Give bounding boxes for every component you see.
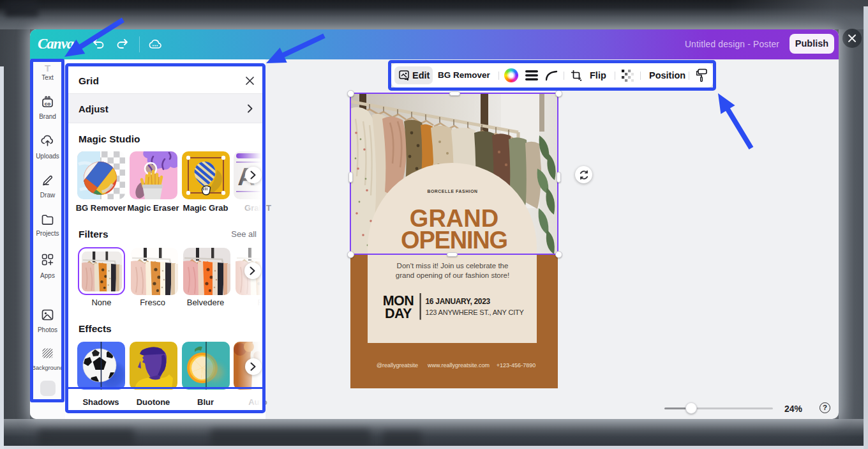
- svg-text:Don't miss it! Join us celebra: Don't miss it! Join us celebrate the: [397, 262, 509, 270]
- svg-text:123 ANYWHERE ST., ANY CITY: 123 ANYWHERE ST., ANY CITY: [426, 308, 525, 316]
- svg-text:DAY: DAY: [385, 306, 412, 321]
- svg-text:grand opening of our fashion s: grand opening of our fashion store!: [396, 271, 509, 279]
- svg-text:@reallygreatsite: @reallygreatsite: [377, 362, 418, 369]
- svg-text:+123-456-7890: +123-456-7890: [497, 362, 535, 369]
- svg-text:www.reallygreatsite.com: www.reallygreatsite.com: [427, 362, 490, 369]
- svg-text:16 JANUARY, 2023: 16 JANUARY, 2023: [426, 297, 491, 306]
